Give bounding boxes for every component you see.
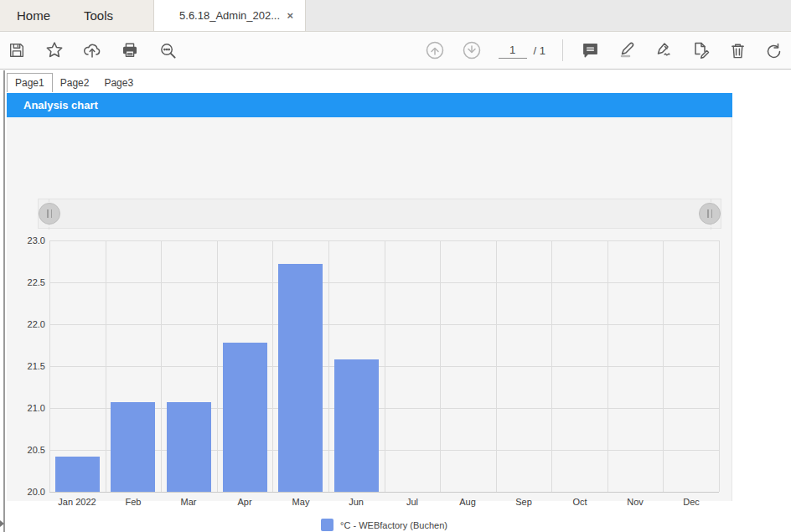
gridline-vertical (161, 240, 162, 492)
gridline-vertical (607, 240, 608, 492)
zoom-search-icon[interactable] (158, 40, 178, 60)
x-tick-label: Dec (683, 497, 700, 507)
sign-icon[interactable] (654, 40, 674, 60)
gridline-vertical (496, 240, 497, 492)
x-tick-label: Mar (181, 497, 197, 507)
trash-icon[interactable] (727, 40, 747, 60)
gridline-vertical (440, 240, 441, 492)
y-tick-label: 23.0 (7, 235, 45, 245)
gridline-vertical (106, 240, 106, 492)
gridline-vertical (49, 240, 50, 492)
page-number-input[interactable]: 1 (499, 42, 527, 59)
bar-Jan 2022 (55, 457, 100, 492)
y-tick-label: 20.5 (7, 445, 45, 455)
x-tick-label: Jul (406, 497, 418, 507)
x-tick-label: Feb (126, 497, 142, 507)
document-tab-label: 5.6.18_Admin_202... (179, 9, 280, 22)
share-upload-icon[interactable] (82, 40, 102, 60)
tab-bar-filler (306, 0, 791, 31)
bar-Feb (111, 402, 155, 492)
tab-page1[interactable]: Page1 (7, 73, 53, 92)
refresh-icon[interactable] (764, 40, 784, 60)
report-page: Page1 Page2 Page3 Analysis chart 23.022.… (7, 70, 732, 501)
bar-Apr (223, 343, 267, 492)
x-tick-label: Apr (237, 497, 251, 507)
y-tick-label: 22.0 (7, 319, 45, 329)
y-tick-label: 21.5 (7, 361, 45, 371)
plot-area (49, 240, 719, 492)
chart-range-selector[interactable] (38, 199, 721, 229)
left-pane-splitter[interactable] (3, 70, 5, 532)
gridline-vertical (217, 240, 218, 492)
chart-title: Analysis chart (7, 99, 98, 111)
y-tick-label: 21.0 (7, 403, 45, 413)
save-icon[interactable] (7, 40, 27, 60)
bar-Mar (167, 402, 211, 492)
gridline-vertical (272, 240, 273, 492)
bar-Jun (334, 359, 379, 492)
gridline-vertical (385, 240, 385, 492)
gridline-vertical (719, 240, 720, 492)
tab-page3[interactable]: Page3 (96, 74, 141, 92)
legend-swatch (321, 519, 333, 531)
y-tick-label: 22.5 (7, 277, 45, 287)
range-handle-left[interactable] (39, 203, 60, 225)
legend-label: °C - WEBfactory (Buchen) (340, 520, 447, 530)
chart-title-bar: Analysis chart (7, 93, 732, 117)
x-axis-line (49, 492, 719, 493)
x-tick-label: Oct (572, 497, 587, 507)
highlighter-icon[interactable] (617, 40, 637, 60)
report-page-tabs: Page1 Page2 Page3 (7, 70, 141, 92)
tab-page2[interactable]: Page2 (53, 74, 97, 92)
gridline-vertical (663, 240, 664, 492)
toolbar: 1 / 1 (0, 32, 791, 70)
x-tick-label: Sep (515, 497, 532, 507)
gridline-vertical (328, 240, 329, 492)
panel-expand-arrow-icon[interactable] (0, 520, 4, 527)
x-tick-label: Aug (459, 497, 476, 507)
x-tick-label: Jan 2022 (58, 497, 96, 507)
pdf-viewer-window: Home Tools 5.6.18_Admin_202... × (0, 0, 791, 532)
bar-May (278, 264, 323, 492)
page-down-icon[interactable] (462, 40, 482, 60)
close-icon[interactable]: × (283, 8, 297, 23)
app-tab-bar: Home Tools 5.6.18_Admin_202... × (0, 0, 791, 32)
y-axis-labels: 23.022.522.021.521.020.520.0 (7, 240, 45, 492)
print-icon[interactable] (120, 40, 140, 60)
star-icon[interactable] (44, 40, 65, 60)
toolbar-divider (562, 39, 563, 61)
x-tick-label: Jun (349, 497, 364, 507)
x-tick-label: Nov (627, 497, 644, 507)
page-total-label: / 1 (534, 44, 545, 57)
tab-tools-label: Tools (84, 8, 113, 23)
chart-body: 23.022.522.021.521.020.520.0 Jan 2022Feb… (7, 117, 732, 501)
y-tick-label: 20.0 (7, 487, 45, 497)
tab-home[interactable]: Home (0, 0, 67, 31)
document-tab[interactable]: 5.6.18_Admin_202... × (153, 0, 306, 31)
toolbar-left-group (0, 40, 178, 60)
x-axis-labels: Jan 2022FebMarAprMayJunJulAugSepOctNovDe… (49, 497, 719, 510)
page-up-icon[interactable] (425, 40, 445, 60)
comment-icon[interactable] (580, 40, 600, 60)
edit-page-icon[interactable] (690, 40, 711, 60)
page-number-control: 1 / 1 (499, 42, 545, 59)
range-handle-right[interactable] (699, 203, 721, 225)
gridline-vertical (551, 240, 552, 492)
chart-legend: °C - WEBfactory (Buchen) (49, 519, 719, 531)
tab-home-label: Home (17, 8, 50, 23)
toolbar-right-group: 1 / 1 (425, 32, 784, 69)
tab-tools[interactable]: Tools (67, 0, 130, 31)
x-tick-label: May (292, 497, 310, 507)
